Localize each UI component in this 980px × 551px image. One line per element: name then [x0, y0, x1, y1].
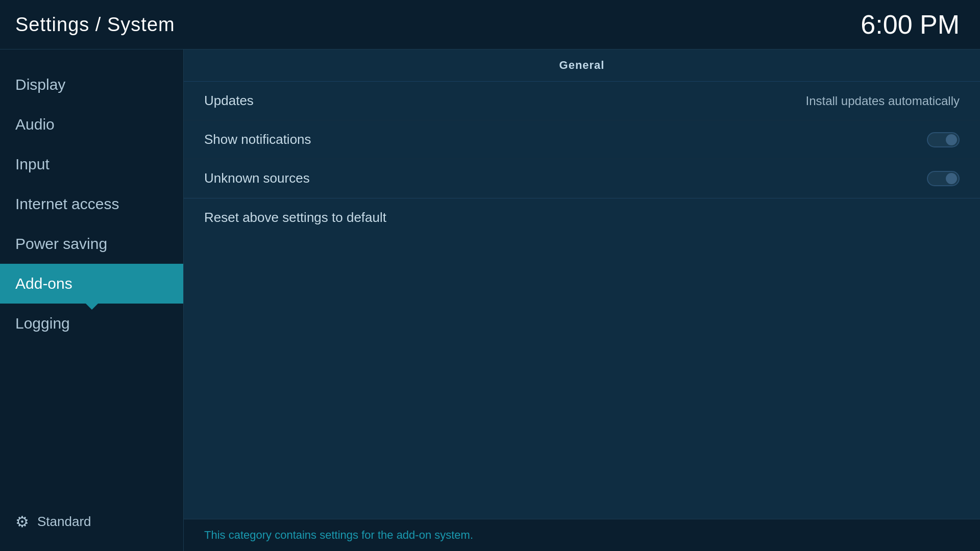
page-title: Settings / System: [15, 14, 175, 36]
sidebar-item-internet-access[interactable]: Internet access: [0, 184, 183, 224]
panel-footer: This category contains settings for the …: [184, 519, 980, 551]
reset-label: Reset above settings to default: [204, 210, 386, 226]
gear-icon: ⚙: [15, 513, 29, 531]
toggle-knob: [946, 134, 957, 145]
sidebar-item-display[interactable]: Display: [0, 65, 183, 105]
show-notifications-toggle[interactable]: [927, 132, 960, 147]
right-panel: General Updates Install updates automati…: [184, 49, 980, 551]
updates-value: Install updates automatically: [806, 94, 960, 108]
unknown-sources-toggle[interactable]: [927, 171, 960, 186]
sidebar-item-audio[interactable]: Audio: [0, 105, 183, 144]
section-header: General: [184, 49, 980, 82]
footer-text: This category contains settings for the …: [204, 529, 473, 541]
reset-row[interactable]: Reset above settings to default: [184, 198, 980, 237]
clock: 6:00 PM: [861, 9, 960, 40]
panel-content: General Updates Install updates automati…: [184, 49, 980, 519]
sidebar-standard-label: Standard: [37, 514, 91, 530]
toggle-knob-2: [946, 173, 957, 184]
sidebar-item-logging[interactable]: Logging: [0, 304, 183, 343]
sidebar-item-power-saving[interactable]: Power saving: [0, 224, 183, 264]
show-notifications-label: Show notifications: [204, 132, 311, 147]
sidebar-item-add-ons[interactable]: Add-ons: [0, 264, 183, 304]
settings-row-unknown-sources[interactable]: Unknown sources: [184, 159, 980, 198]
sidebar-bottom: ⚙ Standard: [0, 503, 183, 541]
settings-row-updates[interactable]: Updates Install updates automatically: [184, 82, 980, 120]
updates-label: Updates: [204, 93, 254, 109]
sidebar: Display Audio Input Internet access Powe…: [0, 49, 184, 551]
sidebar-item-input[interactable]: Input: [0, 144, 183, 184]
header: Settings / System 6:00 PM: [0, 0, 980, 49]
settings-row-show-notifications[interactable]: Show notifications: [184, 120, 980, 159]
unknown-sources-label: Unknown sources: [204, 170, 310, 186]
sidebar-nav: Display Audio Input Internet access Powe…: [0, 49, 183, 343]
main-content: Display Audio Input Internet access Powe…: [0, 49, 980, 551]
